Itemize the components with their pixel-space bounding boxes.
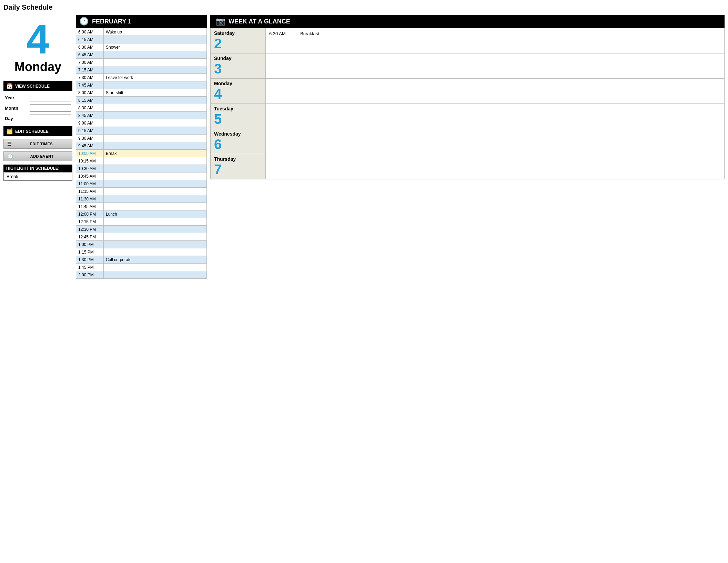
schedule-row: 8:00 AMStart shift <box>76 89 207 97</box>
year-label: Year <box>5 95 14 100</box>
week-day-number: 3 <box>214 61 262 76</box>
day-input[interactable] <box>30 115 71 122</box>
month-input[interactable] <box>30 104 71 112</box>
schedule-event <box>104 264 207 271</box>
schedule-time: 12:45 PM <box>76 233 104 241</box>
schedule-row: 2:00 PM <box>76 271 207 279</box>
week-day-number: 2 <box>214 36 262 51</box>
schedule-row: 12:30 PM <box>76 226 207 233</box>
schedule-row: 11:15 AM <box>76 188 207 195</box>
schedule-row: 8:30 AM <box>76 104 207 112</box>
schedule-row: 10:45 AM <box>76 172 207 180</box>
week-table: Saturday26:30 AMBreakfastSunday3Monday4T… <box>210 28 725 179</box>
day-label: Day <box>5 116 13 121</box>
week-day-number: 5 <box>214 111 262 127</box>
schedule-time: 10:00 AM <box>76 150 104 157</box>
schedule-row: 9:00 AM <box>76 119 207 127</box>
edit-times-button[interactable]: ☰ EDIT TIMES <box>3 139 72 149</box>
schedule-time: 1:30 PM <box>76 256 104 264</box>
year-input[interactable] <box>30 94 71 101</box>
schedule-row: 1:00 PM <box>76 241 207 248</box>
week-events-cell <box>266 79 725 104</box>
week-events-cell: 6:30 AMBreakfast <box>266 28 725 53</box>
schedule-event <box>104 195 207 203</box>
schedule-row: 12:15 PM <box>76 218 207 226</box>
schedule-event <box>104 142 207 150</box>
schedule-row: 6:15 AM <box>76 36 207 43</box>
schedule-time: 9:45 AM <box>76 142 104 150</box>
week-day-name: Saturday <box>214 30 262 36</box>
schedule-row: 10:15 AM <box>76 157 207 165</box>
page-title: Daily Schedule <box>3 3 725 11</box>
schedule-row: 10:00 AMBreak <box>76 150 207 157</box>
week-day-cell: Saturday2 <box>211 28 266 53</box>
briefcase-icon: 🗂️ <box>6 128 13 135</box>
calendar-icon: 📅 <box>6 83 13 89</box>
week-events-cell <box>266 129 725 154</box>
schedule-time: 11:15 AM <box>76 188 104 195</box>
week-day-cell: Tuesday5 <box>211 104 266 129</box>
schedule-time: 1:15 PM <box>76 248 104 256</box>
week-event-time: 6:30 AM <box>269 31 293 36</box>
week-row: Thursday7 <box>211 154 725 179</box>
left-panel: 4 Monday 📅 VIEW SCHEDULE Year Month Day … <box>3 15 72 181</box>
schedule-event <box>104 248 207 256</box>
schedule-event: Shower <box>104 43 207 51</box>
schedule-event: Start shift <box>104 89 207 97</box>
schedule-time: 8:30 AM <box>76 104 104 112</box>
schedule-row: 9:30 AM <box>76 135 207 142</box>
schedule-time: 12:30 PM <box>76 226 104 233</box>
schedule-time: 2:00 PM <box>76 271 104 279</box>
schedule-row: 12:00 PMLunch <box>76 210 207 218</box>
schedule-event <box>104 81 207 89</box>
list-icon: ☰ <box>7 141 12 147</box>
schedule-event <box>104 233 207 241</box>
schedule-row: 11:30 AM <box>76 195 207 203</box>
schedule-row: 1:45 PM <box>76 264 207 271</box>
schedule-row: 1:15 PM <box>76 248 207 256</box>
schedule-event <box>104 104 207 112</box>
schedule-event <box>104 135 207 142</box>
week-title: WEEK AT A GLANCE <box>229 18 290 25</box>
schedule-row: 8:15 AM <box>76 97 207 104</box>
schedule-time: 9:15 AM <box>76 127 104 135</box>
schedule-row: 9:45 AM <box>76 142 207 150</box>
add-event-button[interactable]: 🕐 ADD EVENT <box>3 151 72 161</box>
clock-icon: 🕐 <box>7 154 13 159</box>
week-day-name: Wednesday <box>214 131 262 137</box>
schedule-event <box>104 119 207 127</box>
schedule-event <box>104 112 207 119</box>
schedule-time: 7:15 AM <box>76 66 104 74</box>
week-event-row: 6:30 AMBreakfast <box>269 30 721 37</box>
month-row: Month <box>3 104 72 112</box>
edit-times-label: EDIT TIMES <box>14 142 69 146</box>
right-panel: 📷 WEEK AT A GLANCE Saturday26:30 AMBreak… <box>210 15 725 179</box>
schedule-event <box>104 157 207 165</box>
week-row: Monday4 <box>211 79 725 104</box>
schedule-event <box>104 218 207 226</box>
day-row: Day <box>3 115 72 122</box>
schedule-time: 11:00 AM <box>76 180 104 188</box>
week-day-cell: Monday4 <box>211 79 266 104</box>
month-label: Month <box>5 106 18 111</box>
schedule-event <box>104 127 207 135</box>
schedule-event <box>104 165 207 172</box>
schedule-title: FEBRUARY 1 <box>92 18 131 25</box>
view-schedule-label: VIEW SCHEDULE <box>15 84 50 89</box>
add-event-row: 🕐 ADD EVENT <box>3 151 72 161</box>
schedule-event <box>104 271 207 279</box>
schedule-time: 8:15 AM <box>76 97 104 104</box>
week-events-cell <box>266 104 725 129</box>
schedule-time: 10:30 AM <box>76 165 104 172</box>
week-day-name: Monday <box>214 81 262 86</box>
view-schedule-header: 📅 VIEW SCHEDULE <box>3 81 72 91</box>
schedule-row: 6:00 AMWake up <box>76 28 207 36</box>
week-row: Wednesday6 <box>211 129 725 154</box>
week-day-number: 7 <box>214 162 262 177</box>
add-event-label: ADD EVENT <box>16 154 69 158</box>
schedule-row: 12:45 PM <box>76 233 207 241</box>
schedule-event <box>104 180 207 188</box>
schedule-time: 11:30 AM <box>76 195 104 203</box>
week-row: Sunday3 <box>211 53 725 79</box>
schedule-event: Wake up <box>104 28 207 36</box>
